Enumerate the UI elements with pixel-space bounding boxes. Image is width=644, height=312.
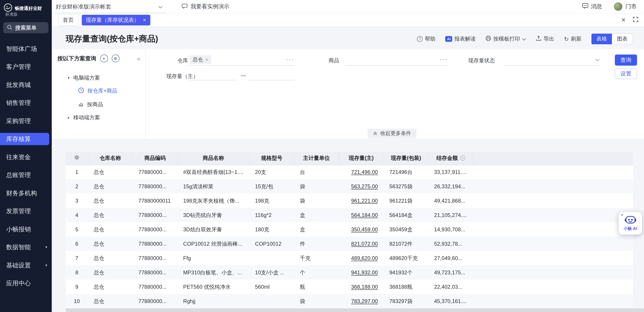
row-index: 7 [66, 251, 88, 265]
qty-min-input[interactable] [189, 69, 237, 80]
sidebar-item-6[interactable]: 库存核算 [0, 133, 49, 145]
sidebar-item-1[interactable]: 智能体广场 [0, 43, 52, 55]
row-index: 8 [66, 265, 88, 280]
sidebar-item-2[interactable]: 客户管理 [0, 61, 52, 73]
sidebar-item-9[interactable]: 财务多机构 [0, 187, 52, 199]
qty-main-link[interactable]: 564,184.00 [351, 212, 378, 218]
cell-name: 3D炫白双效牙膏 [178, 222, 249, 236]
sidebar-item-11[interactable]: 小畅报销 [0, 223, 52, 235]
more-options-icon[interactable]: ··· [286, 56, 295, 63]
view-table-button[interactable]: 表格 [592, 33, 612, 44]
sidebar: 畅捷通好业财 标准版 搜索菜单 智能体广场客户管理批发商城销售管理采购管理库存核… [0, 0, 52, 312]
column-settings-button[interactable] [66, 152, 88, 165]
menu-search[interactable]: 搜索菜单 [3, 22, 48, 33]
scheme-by-product[interactable]: 按商品 [68, 98, 146, 111]
qty-main-link[interactable]: 489,620.00 [351, 255, 378, 261]
cell-amount: 14,930,708... [428, 222, 473, 236]
qty-main-link[interactable]: 783,297.00 [351, 298, 378, 304]
add-scheme-button[interactable]: + [100, 54, 108, 62]
qty-main-link[interactable]: 350,459.00 [351, 226, 378, 232]
export-button[interactable]: 导出 [536, 35, 554, 42]
more-options-icon[interactable]: ··· [440, 56, 448, 63]
cell-unit: 袋 [294, 294, 339, 308]
sidebar-item-4[interactable]: 销售管理 [0, 97, 52, 109]
cell-amount: 49,723,175... [428, 265, 473, 280]
table-row[interactable]: 6 总仓 77880000... COP10012 丝滑油画棒... COP10… [66, 236, 633, 251]
refresh-button[interactable]: ↻ 刷新 [564, 35, 582, 42]
demo-link[interactable]: 我要看实例演示 [182, 3, 229, 10]
cell-qty-package: 489620千克 [384, 251, 428, 265]
sidebar-item-label: 智能体广场 [6, 45, 37, 53]
collapse-panel-icon[interactable]: « [137, 55, 140, 61]
col-warehouse-name: 仓库名称 [88, 152, 132, 165]
ai-report-button[interactable]: AI 报表解读 [445, 35, 476, 42]
table-row[interactable]: 10 总仓 77880000... Rghjj 袋 783,297.00 783… [66, 294, 633, 308]
collapse-more-conditions[interactable]: 收起更多条件 [368, 129, 416, 138]
sidebar-item-5[interactable]: 采购管理 [0, 115, 52, 127]
qty-main-link[interactable]: 941,932.00 [351, 269, 378, 276]
cell-spec [249, 294, 294, 308]
query-area: 按以下方案查询 + « ▾ 电脑端方案 [52, 49, 644, 139]
tree-group-pc[interactable]: ▾ 电脑端方案 [68, 71, 146, 84]
tree-group-mobile[interactable]: ▸ 移动端方案 [68, 111, 146, 124]
stock-status-select[interactable] [503, 54, 600, 65]
sidebar-item-8[interactable]: 总账管理 [0, 169, 52, 181]
qty-main-link[interactable]: 368,188.00 [351, 284, 378, 290]
table-row[interactable]: 7 总仓 77880000... Ffg 千克 489,620.00 48962… [66, 251, 633, 265]
col-balance-amount: 结存金额 ? [428, 152, 473, 165]
warehouse-field[interactable]: 总仓 × ··· [189, 54, 295, 65]
cell-warehouse: 总仓 [88, 265, 132, 280]
horizontal-scrollbar[interactable] [66, 308, 644, 312]
qty-main-link[interactable]: 721,496.00 [351, 169, 378, 175]
table-row[interactable]: 5 总仓 77880000... 3D炫白双效牙膏 180克 盒 350,459… [66, 222, 633, 236]
sidebar-item-13[interactable]: 基础设置▾ [0, 259, 52, 271]
tab-home[interactable]: 首页 [58, 14, 78, 25]
scheme-panel: 按以下方案查询 + « ▾ 电脑端方案 [52, 49, 146, 139]
chevron-down-icon[interactable] [522, 36, 526, 42]
info-icon[interactable]: ? [460, 156, 465, 161]
close-icon[interactable]: × [143, 17, 146, 23]
cell-code: 77880000... [133, 179, 178, 193]
col-product-code: 商品编码 [133, 152, 178, 165]
scheme-panel-header: 按以下方案查询 + « [52, 49, 145, 62]
scheme-by-warehouse-product[interactable]: 按仓库+商品 [68, 84, 146, 98]
product-field[interactable]: ··· [345, 54, 448, 65]
tab-inventory-report[interactable]: 现存量（库存状况表） × [82, 14, 150, 25]
help-button[interactable]: ? 帮助 [417, 35, 436, 42]
cell-amount: 49,421,868... [428, 193, 473, 208]
sidebar-item-12[interactable]: 数据智能▾ [0, 241, 52, 254]
scheme-tree: ▾ 电脑端方案 按仓库+商品 [52, 62, 145, 124]
table-row[interactable]: 8 总仓 77880000... MP310白板笔、小盒、... 10支/小盒 … [66, 265, 633, 280]
table-row[interactable]: 9 总仓 77880000... PET560 优悦纯净水 560ml 瓶 36… [66, 280, 633, 294]
account-select[interactable]: 好业财标准版演示帐套 [55, 1, 166, 13]
table-row[interactable]: 1 总仓 77880000... #双喜经典醇香烟(13~1.... 20支 台… [66, 165, 633, 179]
product-label: 商品 [328, 57, 339, 64]
sidebar-item-3[interactable]: 批发商城 [0, 79, 52, 91]
qty-main-link[interactable]: 563,275.00 [351, 183, 378, 189]
qty-max-input[interactable] [248, 69, 295, 80]
cell-amount: 22,402,03... [428, 280, 473, 294]
remove-tag-icon[interactable]: × [206, 57, 208, 63]
table-row[interactable]: 2 总仓 77880000... 15g清淡榨菜 15克/包 袋 563,275… [66, 179, 633, 193]
store-name[interactable]: 门市 [626, 3, 636, 10]
settings-button[interactable]: 设置 [615, 68, 637, 79]
sidebar-item-10[interactable]: 发票管理 [0, 205, 52, 217]
close-all-icon[interactable]: × [622, 16, 626, 23]
avatar[interactable] [614, 2, 623, 11]
sidebar-item-7[interactable]: 往来资金 [0, 151, 52, 163]
table-row[interactable]: 3 总仓 77880000011 198克灰枣夹核桃（馋... 198克 袋 9… [66, 193, 633, 208]
sidebar-item-14[interactable]: 应用中心 [0, 277, 52, 289]
ai-assistant-widget[interactable]: ✦ 小畅 AI [619, 212, 642, 235]
messages-button[interactable]: 消息 [582, 3, 602, 10]
table-row[interactable]: 4 总仓 77880000... 3D钻亮炫白牙膏 116g*2 盒 564,1… [66, 208, 633, 222]
query-button[interactable]: 查询 [615, 54, 637, 65]
qty-main-link[interactable]: 821,072.00 [351, 241, 378, 247]
scheme-settings-button[interactable] [112, 54, 120, 62]
cell-code: 77880000011 [133, 193, 178, 208]
print-template-button[interactable]: 按模板打印 [486, 35, 526, 42]
row-index: 3 [66, 193, 88, 208]
qty-main-link[interactable]: 961,221.00 [351, 198, 378, 204]
view-chart-button[interactable]: 图表 [612, 33, 633, 44]
fullscreen-icon[interactable] [633, 16, 638, 23]
page-header: 现存量查询(按仓库+商品) ? 帮助 AI 报表解读 [66, 33, 633, 44]
